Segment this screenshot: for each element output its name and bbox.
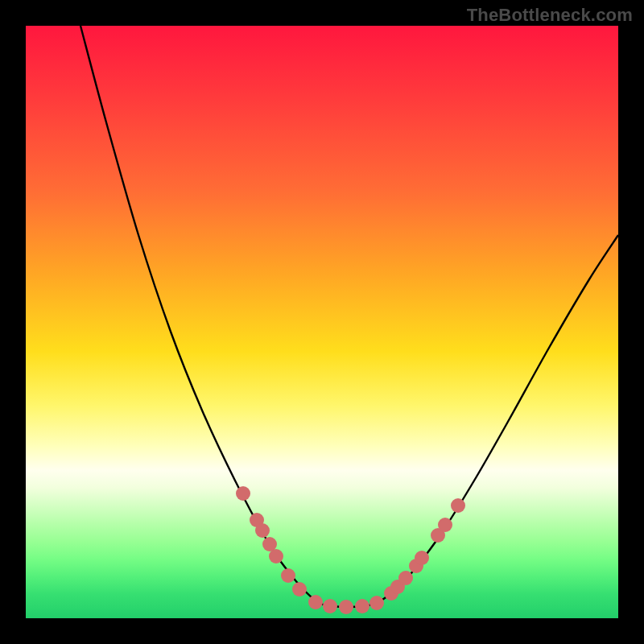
curve-right [376,235,618,604]
marker-dot [292,582,307,597]
marker-dot [438,518,452,532]
curve-layer [26,26,618,618]
chart-frame: TheBottleneck.com [0,0,644,644]
marker-dot [369,596,384,610]
plot-area [26,26,618,618]
marker-dot [308,595,323,609]
marker-group [236,486,465,614]
marker-dot [451,498,465,513]
curve-left [80,26,320,604]
marker-dot [415,551,429,565]
marker-dot [236,486,250,501]
marker-dot [398,571,413,585]
marker-dot [255,523,270,538]
marker-dot [281,568,295,583]
marker-dot [269,549,283,564]
marker-dot [323,599,337,613]
marker-dot [339,600,353,614]
marker-dot [355,599,369,613]
watermark-label: TheBottleneck.com [467,5,633,26]
